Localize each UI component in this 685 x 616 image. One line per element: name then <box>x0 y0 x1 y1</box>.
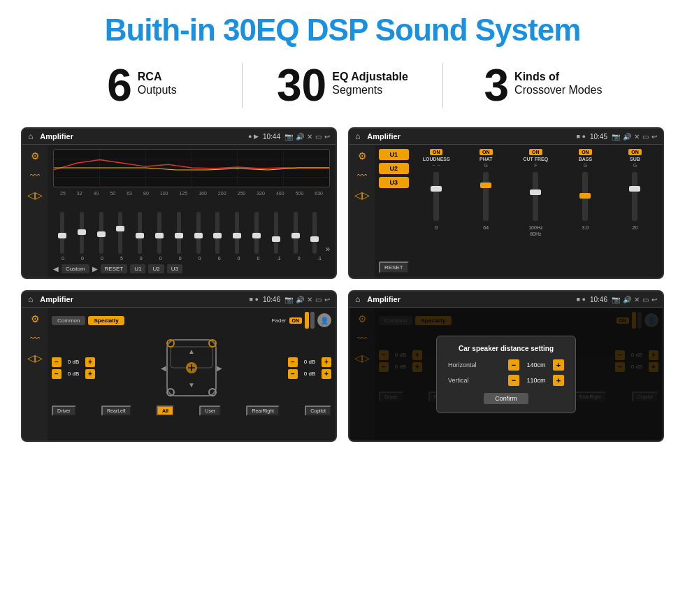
stat-label-rca: RCA <box>138 70 177 83</box>
eq-slider-10[interactable] <box>247 212 266 254</box>
cutfreq-on[interactable]: ON <box>529 149 542 155</box>
preset-u2[interactable]: U2 <box>379 163 409 174</box>
horizontal-plus[interactable]: + <box>553 359 564 371</box>
speaker-icon-2[interactable]: ◁▷ <box>354 189 370 201</box>
rearleft-btn[interactable]: RearLeft <box>101 406 131 416</box>
page-header: Buith-in 30EQ DSP Sound System <box>0 0 685 56</box>
minus-br[interactable]: − <box>288 369 298 379</box>
horizontal-minus[interactable]: − <box>508 359 519 371</box>
avatar-icon[interactable]: 👤 <box>317 313 331 327</box>
eq-slider-6[interactable] <box>170 212 188 254</box>
eq-slider-0[interactable] <box>53 212 71 254</box>
home-icon-2[interactable]: ⌂ <box>355 131 360 141</box>
minus-tl[interactable]: − <box>52 357 62 367</box>
eq-slider-7[interactable] <box>189 212 208 254</box>
wave-icon[interactable]: 〰 <box>30 170 40 181</box>
speaker-icon[interactable]: ◁▷ <box>27 189 43 201</box>
channel-loudness: ON LOUDNESS ~~ 0 <box>413 149 460 273</box>
amp-controls: ON LOUDNESS ~~ 0 ON PHAT G <box>413 149 658 273</box>
tab-common[interactable]: Common <box>52 316 85 325</box>
user-btn[interactable]: User <box>199 406 221 416</box>
minimize-icon-2: ▭ <box>642 133 649 141</box>
confirm-button[interactable]: Confirm <box>484 393 528 404</box>
fader-on-btn[interactable]: ON <box>289 317 303 324</box>
eq-slider-5[interactable] <box>150 212 168 254</box>
svg-text:▶: ▶ <box>217 364 222 372</box>
home-icon[interactable]: ⌂ <box>28 131 33 141</box>
stat-crossover: 3 Kinds of Crossover Modes <box>442 63 643 108</box>
u3-btn[interactable]: U3 <box>167 264 182 273</box>
sub-on[interactable]: ON <box>628 149 642 155</box>
home-icon-3[interactable]: ⌂ <box>28 294 33 304</box>
plus-tr[interactable]: + <box>322 357 331 367</box>
dialog-overlay: Car speaker distance setting Horizontal … <box>349 308 663 440</box>
fader-label: Fader <box>272 317 287 324</box>
all-btn[interactable]: All <box>157 406 174 416</box>
crossover-tabs: Common Specialty Fader ON 👤 <box>52 312 331 329</box>
copilot-btn[interactable]: Copilot <box>305 406 331 416</box>
eq-slider-2[interactable] <box>92 212 110 254</box>
loudness-slider[interactable] <box>433 172 439 221</box>
stat-sublabel-crossover: Crossover Modes <box>514 83 602 96</box>
minus-tr[interactable]: − <box>288 357 298 367</box>
amp-app-label: Amplifier <box>367 132 572 141</box>
back-icon-2[interactable]: ↩ <box>651 133 657 141</box>
db-row-tl: − 0 dB + <box>52 357 95 367</box>
vertical-plus[interactable]: + <box>553 375 564 386</box>
more-icon[interactable]: » <box>325 244 330 254</box>
stat-number-eq: 30 <box>277 63 326 108</box>
svg-text:▲: ▲ <box>188 348 195 355</box>
back-icon[interactable]: ↩ <box>324 133 330 141</box>
bass-slider[interactable] <box>582 172 588 221</box>
crossover-status-bar: ⌂ Amplifier ■ ● 10:46 📷 🔊 ✕ ▭ ↩ <box>22 292 336 308</box>
plus-tl[interactable]: + <box>85 357 95 367</box>
stat-eq: 30 EQ Adjustable Segments <box>242 63 442 108</box>
wave-icon-3[interactable]: 〰 <box>30 333 40 344</box>
phat-on[interactable]: ON <box>480 149 493 155</box>
equalizer-icon-2[interactable]: ⚙ <box>358 150 367 162</box>
u1-btn[interactable]: U1 <box>130 264 145 273</box>
eq-slider-9[interactable] <box>228 212 246 254</box>
amp-reset-btn[interactable]: RESET <box>379 262 409 273</box>
rearright-btn[interactable]: RearRight <box>246 406 280 416</box>
u2-btn[interactable]: U2 <box>148 264 164 273</box>
bass-on[interactable]: ON <box>579 149 592 155</box>
eq-slider-4[interactable] <box>131 212 149 254</box>
phat-slider[interactable] <box>483 172 489 221</box>
home-icon-4[interactable]: ⌂ <box>355 294 360 304</box>
vertical-minus[interactable]: − <box>508 375 519 386</box>
eq-slider-1[interactable] <box>73 212 91 254</box>
equalizer-icon-3[interactable]: ⚙ <box>31 313 40 324</box>
eq-slider-11[interactable] <box>267 212 285 254</box>
back-icon-3[interactable]: ↩ <box>324 296 330 303</box>
preset-u3[interactable]: U3 <box>379 177 409 188</box>
svg-text:◀: ◀ <box>161 364 166 372</box>
equalizer-icon[interactable]: ⚙ <box>31 150 40 162</box>
dialog-box: Car speaker distance setting Horizontal … <box>436 336 576 413</box>
wave-icon-2[interactable]: 〰 <box>357 170 367 181</box>
speaker-icon-3[interactable]: ◁▷ <box>27 352 43 364</box>
eq-slider-8[interactable] <box>209 212 227 254</box>
back-icon-4[interactable]: ↩ <box>651 296 657 303</box>
prev-arrow[interactable]: ◀ <box>53 265 59 273</box>
custom-btn[interactable]: Custom <box>62 264 89 273</box>
crossover-side-icons: ⚙ 〰 ◁▷ <box>22 308 48 440</box>
stat-sublabel-rca: Outputs <box>138 83 177 96</box>
eq-slider-12[interactable] <box>287 212 305 254</box>
preset-u1[interactable]: U1 <box>379 149 409 160</box>
tab-specialty[interactable]: Specialty <box>88 316 124 325</box>
cutfreq-slider[interactable] <box>533 172 538 221</box>
next-arrow[interactable]: ▶ <box>92 265 98 273</box>
eq-freq-labels: 253240506380100125160200250320400500630 <box>53 190 330 196</box>
plus-bl[interactable]: + <box>85 369 95 379</box>
loudness-on[interactable]: ON <box>430 149 443 155</box>
eq-slider-13[interactable] <box>306 212 324 254</box>
plus-br[interactable]: + <box>322 369 331 379</box>
cross-bottom: Driver RearLeft All User RearRight Copil… <box>52 406 331 416</box>
volume-icon-3: 🔊 <box>296 296 304 303</box>
minus-bl[interactable]: − <box>52 369 62 379</box>
sub-slider[interactable] <box>632 172 637 221</box>
driver-btn[interactable]: Driver <box>52 406 76 416</box>
reset-btn[interactable]: RESET <box>101 264 128 273</box>
eq-slider-3[interactable] <box>111 212 129 254</box>
